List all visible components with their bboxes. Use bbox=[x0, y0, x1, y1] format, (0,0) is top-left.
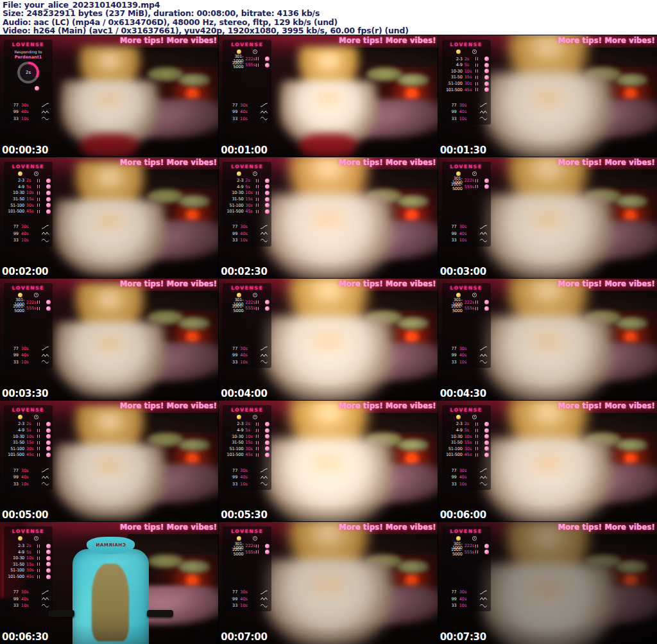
toy-icon bbox=[484, 75, 489, 80]
video-thumbnail[interactable]: CHAIRMAN More tips! More vibes! LOVENSE … bbox=[438, 157, 657, 279]
tip-level-row: 1001-5000555s bbox=[6, 306, 51, 312]
tip-level-row: 2-32s bbox=[6, 421, 51, 428]
video-thumbnail[interactable]: CHAIRMAN More tips! More vibes! LOVENSE … bbox=[0, 401, 219, 523]
double-peak-icon bbox=[479, 231, 488, 236]
special-pattern-row: 9940s bbox=[225, 595, 269, 602]
level-bars-icon bbox=[37, 562, 40, 566]
special-tip-label: 99 bbox=[444, 109, 459, 114]
video-thumbnail[interactable]: CHAIRMAN More tips! More vibes! LOVENSE … bbox=[219, 157, 438, 279]
file-info-line: Audio: aac (LC) (mp4a / 0x6134706D), 480… bbox=[3, 18, 657, 26]
sine-wave-icon bbox=[260, 238, 268, 243]
special-pattern-row: 3310s bbox=[444, 480, 489, 487]
timestamp-label: 00:02:00 bbox=[2, 266, 48, 277]
special-tip-label: 77 bbox=[6, 103, 21, 108]
special-pattern-row: 7730s bbox=[225, 589, 269, 596]
rise-wave-icon bbox=[260, 468, 268, 473]
tip-duration: 30s bbox=[26, 447, 37, 451]
video-thumbnail[interactable]: CHAIRMAN More tips! More vibes! LOVENSE … bbox=[0, 279, 219, 401]
special-duration: 10s bbox=[240, 238, 252, 243]
level-bars-icon bbox=[475, 82, 478, 85]
tip-level-row: 31-5015s bbox=[6, 196, 51, 202]
tip-level-label: 10-30 bbox=[225, 435, 245, 439]
video-thumbnail[interactable]: CHAIRMAN More tips! More vibes! LOVENSE … bbox=[219, 35, 438, 157]
tip-duration: 30s bbox=[465, 447, 475, 451]
menu-header-icons bbox=[6, 171, 51, 177]
rise-wave-icon bbox=[479, 590, 488, 595]
special-duration: 40s bbox=[240, 596, 252, 602]
tip-duration: 30s bbox=[245, 447, 256, 451]
special-tip-label: 99 bbox=[6, 231, 21, 236]
toy-icon bbox=[265, 446, 269, 451]
lovense-overlay-panel: LOVENSE 2-32s4-95s10-3010s31-5015s51-100… bbox=[4, 527, 53, 611]
video-thumbnail[interactable]: CHAIRMAN More tips! More vibes! LOVENSE … bbox=[219, 522, 438, 644]
special-pattern-row: 7730s bbox=[444, 467, 489, 474]
toy-icon bbox=[484, 306, 489, 311]
toy-icon bbox=[484, 428, 489, 433]
tip-level-label: 4-9 bbox=[444, 428, 465, 433]
tip-menu-body: 2-32s4-95s10-3010s31-5015s51-10030s101-5… bbox=[225, 413, 269, 458]
special-patterns-section: 7730s9940s3310s bbox=[444, 467, 489, 487]
special-tip-label: 33 bbox=[6, 116, 21, 121]
lovense-logo: LOVENSE bbox=[444, 528, 489, 534]
level-bars-icon bbox=[37, 435, 40, 438]
video-thumbnail[interactable]: CHAIRMAN More tips! More vibes! LOVENSE … bbox=[0, 35, 219, 157]
special-tip-label: 99 bbox=[444, 352, 459, 358]
special-patterns-section: 7730s9940s3310s bbox=[6, 589, 51, 609]
menu-header-icons bbox=[225, 292, 269, 298]
special-tip-label: 33 bbox=[6, 603, 21, 608]
video-thumbnail[interactable]: CHAIRMAN More tips! More vibes! LOVENSE … bbox=[219, 279, 438, 401]
special-pattern-row: 9940s bbox=[444, 474, 489, 481]
double-peak-icon bbox=[479, 110, 488, 114]
tip-duration: 5s bbox=[465, 428, 475, 433]
tip-level-label: 2-3 bbox=[444, 422, 465, 426]
video-thumbnail[interactable]: CHAIRMAN More tips! More vibes! LOVENSE … bbox=[0, 522, 219, 644]
special-pattern-row: 7730s bbox=[6, 589, 51, 596]
tip-duration: 45s bbox=[26, 209, 37, 214]
tip-level-label: 51-100 bbox=[444, 82, 465, 86]
special-duration: 10s bbox=[459, 238, 471, 243]
coin-icon bbox=[456, 49, 461, 54]
sine-wave-icon bbox=[260, 482, 268, 486]
special-tip-label: 33 bbox=[225, 238, 240, 243]
lovense-logo: LOVENSE bbox=[444, 285, 489, 291]
video-thumbnail[interactable]: CHAIRMAN More tips! More vibes! LOVENSE … bbox=[438, 522, 657, 644]
tip-duration: 10s bbox=[26, 556, 37, 561]
tip-duration: 222s bbox=[245, 300, 256, 305]
special-tip-label: 33 bbox=[6, 482, 21, 487]
tip-level-label: 31-50 bbox=[6, 197, 26, 202]
sine-wave-icon bbox=[41, 482, 49, 486]
toy-icon bbox=[46, 453, 51, 457]
level-bars-icon bbox=[475, 441, 478, 444]
video-thumbnail[interactable]: CHAIRMAN More tips! More vibes! LOVENSE … bbox=[219, 401, 438, 523]
lovense-overlay-panel: LOVENSE 2-32s4-95s10-3010s31-5015s51-100… bbox=[4, 162, 53, 247]
tip-level-row: 1001-5000555s bbox=[225, 62, 269, 69]
double-peak-icon bbox=[260, 110, 268, 114]
video-thumbnail[interactable]: CHAIRMAN More tips! More vibes! LOVENSE … bbox=[438, 401, 657, 523]
tip-duration: 5s bbox=[26, 185, 37, 189]
tips-banner-text: More tips! More vibes! bbox=[558, 401, 655, 410]
toy-icon bbox=[46, 428, 51, 433]
tip-level-row: 4-95s bbox=[444, 62, 489, 69]
special-duration: 10s bbox=[21, 238, 33, 243]
timestamp-label: 00:07:00 bbox=[221, 631, 267, 643]
special-tip-label: 77 bbox=[444, 589, 459, 595]
tip-level-label: 31-50 bbox=[444, 440, 465, 445]
coin-icon bbox=[237, 293, 241, 297]
toy-icon bbox=[265, 428, 269, 433]
special-tip-label: 33 bbox=[444, 603, 459, 608]
double-peak-icon bbox=[260, 353, 268, 358]
toy-icon bbox=[484, 184, 489, 189]
video-thumbnail[interactable]: CHAIRMAN More tips! More vibes! LOVENSE … bbox=[438, 279, 657, 401]
double-peak-icon bbox=[41, 475, 49, 480]
sine-wave-icon bbox=[41, 116, 49, 121]
level-bars-icon bbox=[256, 191, 259, 195]
tip-level-row: 10-3010s bbox=[6, 555, 51, 562]
rise-wave-icon bbox=[479, 225, 488, 229]
video-thumbnail[interactable]: CHAIRMAN More tips! More vibes! LOVENSE … bbox=[0, 157, 219, 279]
special-duration: 40s bbox=[21, 474, 33, 480]
toy-icon bbox=[46, 184, 51, 189]
video-thumbnail[interactable]: CHAIRMAN More tips! More vibes! LOVENSE … bbox=[438, 35, 657, 157]
tip-level-label: 101-500 bbox=[225, 209, 245, 214]
tip-level-label: 101-500 bbox=[6, 453, 26, 457]
special-patterns-section: 7730s9940s3310s bbox=[444, 223, 489, 244]
